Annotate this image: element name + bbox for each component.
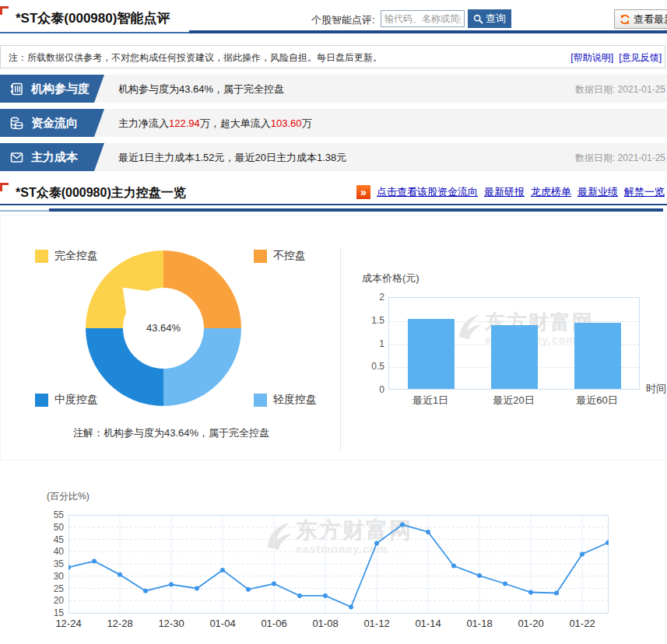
institution-icon	[9, 81, 25, 97]
y-axis-tick: 0	[360, 384, 384, 395]
x-axis-tick: 12-28	[97, 618, 143, 629]
page: *ST众泰(000980)智能点评 个股智能点评: 查询 查看最新 注：所载数据…	[0, 0, 667, 644]
double-arrow-icon: »	[356, 185, 370, 199]
x-axis-tick: 01-06	[251, 618, 297, 629]
notice-links: [帮助说明] [意见反馈]	[567, 51, 662, 65]
search-label: 个股智能点评:	[311, 13, 375, 27]
capital-text-part: 万，超大单流入	[200, 117, 271, 129]
participation-text: 机构参与度为43.64%，属于完全控盘	[118, 82, 284, 96]
y-axis-tick: 50	[42, 522, 64, 533]
line-plot	[68, 515, 609, 614]
x-axis-tick: 01-14	[405, 618, 451, 629]
header-underline-left	[0, 32, 189, 33]
y-axis-tick: 45	[42, 534, 64, 545]
eastmoney-logo-icon	[455, 312, 482, 343]
corner-bracket-icon	[0, 6, 9, 15]
y-axis-tick: 20	[42, 595, 64, 606]
help-link[interactable]: [帮助说明]	[570, 52, 613, 63]
y-axis-tick: 30	[42, 571, 64, 582]
feedback-link[interactable]: [意见反馈]	[619, 52, 662, 63]
search-button-label: 查询	[486, 12, 506, 26]
magnifier-icon	[473, 14, 483, 24]
refresh-latest-button[interactable]: 查看最新	[614, 9, 667, 29]
capital-text-part: 主力净流入	[118, 117, 169, 129]
badge-label: 资金流向	[31, 116, 78, 131]
header-underline-right	[189, 30, 667, 33]
y-axis-tick: 2	[360, 292, 384, 303]
y-axis-tick: 25	[42, 583, 64, 594]
coins-icon	[9, 115, 25, 131]
section-underline-left	[0, 210, 49, 212]
cost-price-bar-chart: 成本价格(元) 东方财富网 eastmoney.com 时间 00.511.52…	[358, 268, 667, 412]
donut-legend-item[interactable]: 完全控盘	[35, 249, 98, 263]
page-title: *ST众泰(000980)智能点评	[16, 9, 170, 27]
x-axis-tick: 最近20日	[479, 394, 549, 408]
bar-plot: 东方财富网 eastmoney.com	[388, 297, 640, 390]
unlock-list-link[interactable]: 解禁一览	[624, 185, 665, 199]
donut-legend-item[interactable]: 轻度控盘	[254, 393, 317, 407]
y-axis-tick: 15	[42, 607, 64, 618]
data-date: 数据日期: 2021-01-25	[575, 152, 665, 165]
bar	[491, 325, 538, 389]
legend-swatch	[254, 250, 267, 263]
legend-label: 中度控盘	[54, 393, 98, 407]
legend-label: 完全控盘	[54, 249, 98, 263]
donut-note: 注解：机构参与度为43.64%，属于完全控盘	[43, 426, 300, 440]
y-axis-tick: 1	[360, 338, 384, 349]
legend-label: 不控盘	[273, 249, 306, 263]
data-date: 数据日期: 2021-01-25	[575, 83, 665, 96]
envelope-icon	[9, 149, 25, 166]
participation-line-chart: (百分比%) 东方财富网 eastmoney.com 1520253035404…	[0, 482, 667, 638]
bar-chart-title: 成本价格(元)	[362, 271, 420, 285]
refresh-icon	[620, 14, 630, 25]
search-button[interactable]: 查询	[468, 9, 511, 28]
x-axis-tick: 01-12	[353, 618, 400, 629]
corner-bracket-icon	[0, 183, 9, 191]
notice-text: 注：所载数据仅供参考，不对您构成任何投资建议，据此操作，风险自担。每日盘后更新。	[9, 51, 382, 65]
x-axis-tick: 01-04	[199, 618, 246, 629]
x-axis-tick: 最近60日	[562, 394, 632, 408]
row-capital-flow: 资金流向 主力净流入122.94万，超大单流入103.60万	[0, 109, 667, 137]
legend-swatch	[35, 250, 48, 263]
donut-legend-item[interactable]: 不控盘	[254, 249, 306, 263]
donut-center-value: 43.64%	[86, 322, 241, 334]
research-report-link[interactable]: 最新研报	[484, 185, 525, 199]
legend-swatch	[254, 394, 267, 407]
bar	[574, 323, 621, 389]
legend-swatch	[35, 394, 48, 407]
institution-participation-badge: 机构参与度	[0, 75, 104, 103]
xl-order-inflow-value: 103.60	[271, 117, 302, 129]
legend-label: 轻度控盘	[273, 393, 317, 407]
x-axis-tick: 12-30	[148, 618, 195, 629]
bar	[408, 319, 455, 389]
section-underline-top	[0, 204, 667, 205]
donut-legend-item[interactable]: 中度控盘	[35, 393, 98, 407]
latest-earnings-link[interactable]: 最新业绩	[577, 185, 618, 199]
dragon-tiger-link[interactable]: 龙虎榜单	[531, 185, 571, 199]
x-axis-tick: 01-18	[456, 618, 503, 629]
main-cost-badge: 主力成本	[0, 143, 104, 171]
x-axis-tick: 01-08	[302, 618, 349, 629]
search-input[interactable]	[381, 10, 465, 27]
section-underline-bottom	[49, 208, 663, 212]
bar-xaxis-name: 时间	[646, 382, 666, 396]
main-cost-text: 最近1日主力成本1.52元，最近20日主力成本1.38元	[118, 151, 346, 165]
line-chart-title: (百分比%)	[47, 490, 90, 503]
row-main-cost: 主力成本 最近1日主力成本1.52元，最近20日主力成本1.38元 数据日期: …	[0, 143, 667, 171]
x-axis-tick: 01-20	[507, 618, 554, 629]
panel-divider	[340, 247, 341, 451]
y-axis-tick: 40	[42, 546, 64, 557]
y-axis-tick: 55	[42, 509, 64, 520]
capital-flow-text: 主力净流入122.94万，超大单流入103.60万	[118, 117, 312, 131]
capital-flow-link[interactable]: 点击查看该股资金流向	[377, 185, 478, 199]
badge-label: 主力成本	[31, 150, 78, 165]
row-institution-participation: 机构参与度 机构参与度为43.64%，属于完全控盘 数据日期: 2021-01-…	[0, 75, 667, 103]
y-axis-tick: 1.5	[360, 315, 384, 326]
refresh-button-label: 查看最新	[634, 12, 667, 26]
notice-bar: 注：所载数据仅供参考，不对您构成任何投资建议，据此操作，风险自担。每日盘后更新。…	[0, 45, 665, 68]
section-links: » 点击查看该股资金流向 最新研报 龙虎榜单 最新业绩 解禁一览	[356, 185, 665, 199]
badge-label: 机构参与度	[31, 82, 90, 96]
x-axis-tick: 01-22	[559, 618, 606, 629]
capital-flow-badge: 资金流向	[0, 109, 104, 137]
net-inflow-value: 122.94	[169, 117, 200, 129]
